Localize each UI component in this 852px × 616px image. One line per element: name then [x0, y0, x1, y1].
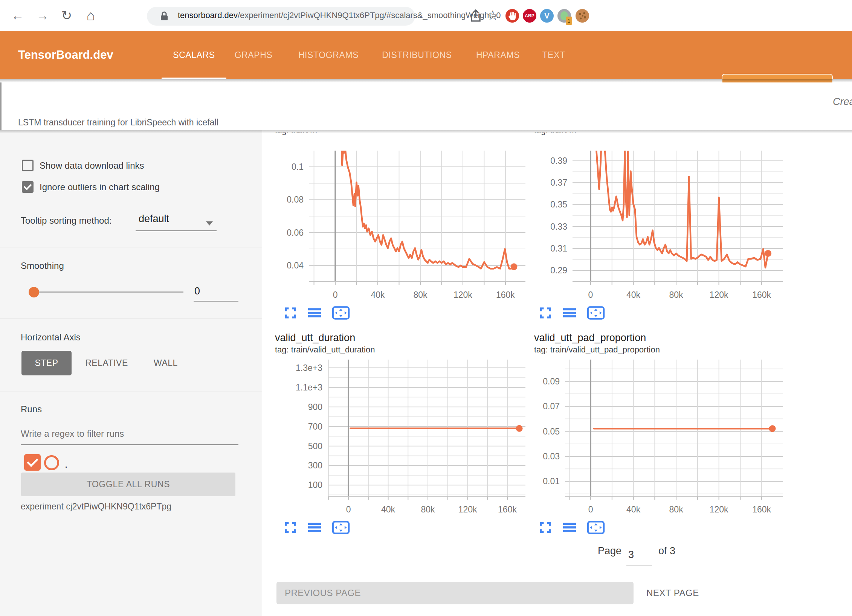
run-color-swatch: [44, 455, 59, 470]
pan-zoom-icon[interactable]: [587, 520, 605, 535]
x-tick-label: 80k: [413, 290, 427, 300]
y-tick-label: 0.35: [550, 200, 567, 210]
smoothing-slider-thumb[interactable]: [29, 287, 39, 297]
axis-relative-button[interactable]: RELATIVE: [85, 351, 128, 375]
y-tick-label: 0.09: [543, 377, 560, 387]
x-tick-label: 120k: [710, 505, 728, 515]
smoothing-slider-track[interactable]: [32, 291, 183, 293]
page-count-label: of 3: [658, 545, 675, 557]
next-page-button[interactable]: NEXT PAGE: [646, 582, 699, 604]
divider: [0, 247, 262, 247]
y-tick-label: 0.33: [550, 222, 567, 232]
chart-tag-valid-utt-duration: tag: train/valid_utt_duration: [275, 345, 375, 355]
chart-plot-top-left[interactable]: 0.040.060.080.1040k80k120k160k: [309, 151, 525, 304]
app-logo[interactable]: TensorBoard.dev: [18, 31, 113, 79]
tab-scalars[interactable]: SCALARS: [162, 31, 226, 79]
y-tick-label: 0.04: [287, 261, 304, 271]
x-tick-label: 80k: [421, 505, 435, 515]
chart-plot-top-right[interactable]: 0.290.310.330.350.370.39040k80k120k160k: [573, 151, 783, 304]
tab-distributions[interactable]: DISTRIBUTIONS: [375, 31, 459, 78]
x-tick-label: 80k: [669, 505, 683, 515]
tensorboard-page: ← → ↻ ⌂ tensorboard.dev/experiment/cj2vt…: [0, 0, 852, 616]
y-tick-label: 500: [308, 441, 322, 451]
divider: [0, 392, 262, 392]
header-shadow: [0, 79, 852, 82]
back-icon[interactable]: ←: [8, 0, 27, 31]
y-tick-label: 0.39: [550, 156, 567, 166]
x-tick-label: 40k: [626, 505, 640, 515]
page-number-input[interactable]: 3: [628, 549, 634, 561]
abp-extension-icon[interactable]: ABP: [523, 9, 536, 23]
url-text[interactable]: tensorboard.dev/experiment/cj2vtPiwQHKN9…: [178, 11, 501, 20]
cookie-extension-icon[interactable]: [576, 9, 589, 23]
tab-hparams[interactable]: HPARAMS: [469, 31, 527, 78]
y-tick-label: 0.1: [292, 162, 304, 172]
page-label: Page: [598, 545, 621, 557]
show-download-links-checkbox[interactable]: [22, 160, 34, 171]
v-extension-icon[interactable]: V: [540, 9, 554, 23]
check-icon: [24, 182, 32, 190]
runs-filter-input[interactable]: Write a regex to filter runs: [21, 428, 124, 439]
bookmark-star-icon[interactable]: ☆: [487, 8, 499, 23]
y-tick-label: 1.1e+3: [296, 383, 322, 393]
show-download-links-label[interactable]: Show data download links: [40, 160, 144, 171]
experiment-id-label: experiment cj2vtPiwQHKN9Q1tx6PTpg: [21, 502, 171, 512]
profile-extension-icon[interactable]: 1: [557, 9, 571, 23]
y-tick-label: 0.31: [550, 244, 567, 254]
x-tick-label: 120k: [458, 505, 477, 515]
y-tick-label: 300: [308, 460, 322, 471]
y-tick-label: 0.06: [287, 228, 304, 238]
x-tick-label: 160k: [752, 505, 771, 515]
page-input-underline: [626, 566, 652, 566]
y-tick-label: 900: [308, 402, 322, 412]
chevron-down-icon[interactable]: [206, 221, 213, 226]
fullscreen-icon[interactable]: [539, 521, 552, 534]
previous-page-button[interactable]: PREVIOUS PAGE: [276, 582, 634, 604]
x-tick-label: 80k: [669, 290, 683, 300]
pan-zoom-icon[interactable]: [587, 306, 605, 320]
y-tick-label: 0.29: [550, 265, 567, 276]
fullscreen-icon[interactable]: [539, 306, 552, 320]
tooltip-sort-select[interactable]: default: [139, 213, 169, 225]
home-icon[interactable]: ⌂: [81, 0, 100, 31]
toggle-all-runs-button[interactable]: TOGGLE ALL RUNS: [21, 473, 235, 496]
y-tick-label: 1.3e+3: [296, 363, 322, 373]
axis-wall-button[interactable]: WALL: [153, 351, 178, 375]
x-tick-label: 160k: [496, 290, 515, 300]
view-data-icon[interactable]: [307, 306, 322, 319]
axis-step-button[interactable]: STEP: [21, 351, 72, 375]
chart-plot-bottom-left[interactable]: 1003005007009001.1e+31.3e+3040k80k120k16…: [328, 360, 525, 519]
stop-hand-extension-icon[interactable]: [505, 9, 519, 23]
chart-plot-bottom-right[interactable]: 0.010.030.050.070.09040k80k120k160k: [565, 360, 783, 519]
x-tick-label: 160k: [498, 505, 517, 515]
fullscreen-icon[interactable]: [284, 521, 297, 534]
pan-zoom-icon[interactable]: [332, 306, 350, 320]
run-name[interactable]: .: [65, 459, 67, 470]
view-data-icon[interactable]: [562, 306, 577, 319]
chart-tag-valid-utt-pad-proportion: tag: train/valid_utt_pad_proportion: [534, 345, 660, 355]
y-tick-label: 0.37: [550, 178, 567, 188]
tab-histograms[interactable]: HISTOGRAMS: [288, 31, 369, 78]
smoothing-label: Smoothing: [21, 261, 64, 271]
ignore-outliers-label[interactable]: Ignore outliers in chart scaling: [40, 182, 160, 192]
y-tick-label: 0.03: [543, 451, 560, 462]
clipped-chart-tag-left: tag: train/…: [275, 133, 508, 142]
share-icon[interactable]: [469, 9, 482, 24]
app-header: TensorBoard.dev SCALARS GRAPHS HISTOGRAM…: [0, 31, 852, 79]
fullscreen-icon[interactable]: [284, 306, 297, 320]
tab-text[interactable]: TEXT: [536, 31, 571, 78]
chart-title-valid-utt-pad-proportion: valid_utt_pad_proportion: [534, 332, 646, 344]
pan-zoom-icon[interactable]: [332, 520, 350, 535]
y-tick-label: 700: [308, 422, 322, 432]
run-checkbox[interactable]: [24, 454, 41, 471]
view-data-icon[interactable]: [307, 521, 322, 534]
tab-graphs[interactable]: GRAPHS: [231, 31, 276, 78]
x-tick-label: 0: [333, 290, 338, 300]
smoothing-value-input[interactable]: 0: [194, 285, 200, 297]
forward-icon[interactable]: →: [33, 0, 52, 31]
reload-icon[interactable]: ↻: [57, 0, 76, 31]
tooltip-sort-underline: [136, 230, 217, 231]
lock-icon: [160, 11, 169, 23]
ignore-outliers-checkbox[interactable]: [22, 181, 34, 193]
view-data-icon[interactable]: [562, 521, 577, 534]
